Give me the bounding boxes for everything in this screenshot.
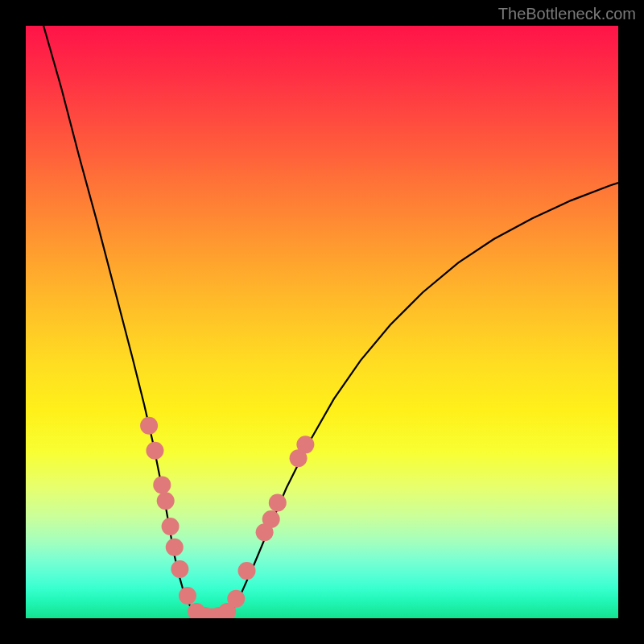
highlight-dot <box>166 539 184 556</box>
chart-frame: TheBottleneck.com <box>0 0 644 644</box>
highlight-dots-group <box>140 417 314 618</box>
chart-svg <box>26 26 618 618</box>
plot-area <box>26 26 618 618</box>
highlight-dot <box>179 587 196 605</box>
highlight-dot <box>269 493 287 511</box>
highlight-dot <box>157 492 175 510</box>
bottleneck-curve <box>43 26 618 618</box>
highlight-dot <box>146 442 163 460</box>
highlight-dot <box>262 510 280 528</box>
highlight-dot <box>227 590 245 608</box>
highlight-dot <box>153 476 171 493</box>
highlight-dot <box>162 518 180 535</box>
watermark-text: TheBottleneck.com <box>498 5 636 23</box>
highlight-dot <box>238 562 256 580</box>
highlight-dot <box>296 436 314 453</box>
highlight-dot <box>140 417 158 435</box>
highlight-dot <box>171 560 188 578</box>
